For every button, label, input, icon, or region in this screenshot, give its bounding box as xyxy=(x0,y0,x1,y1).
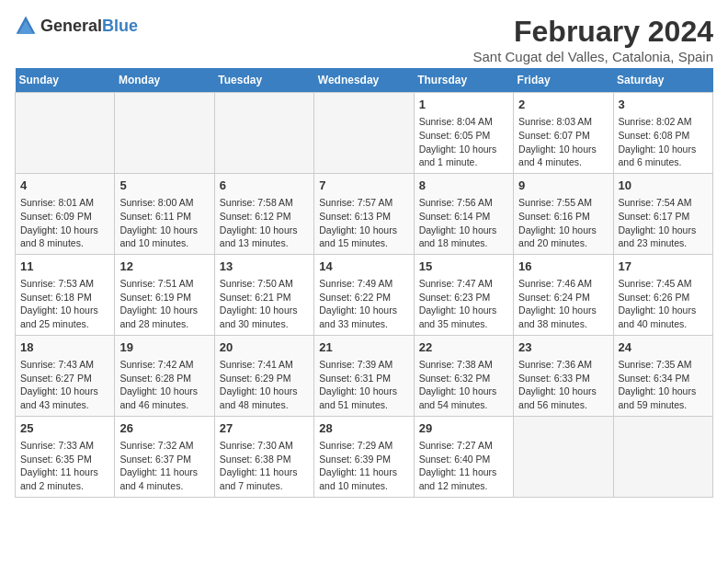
day-number: 23 xyxy=(518,339,608,356)
calendar-week-row: 4Sunrise: 8:01 AM Sunset: 6:09 PM Daylig… xyxy=(16,173,713,254)
weekday-header-cell: Thursday xyxy=(414,68,513,93)
calendar-day-cell: 18Sunrise: 7:43 AM Sunset: 6:27 PM Dayli… xyxy=(16,335,115,416)
day-number: 11 xyxy=(20,259,109,275)
weekday-header-cell: Sunday xyxy=(16,68,115,93)
day-info: Sunrise: 7:35 AM Sunset: 6:34 PM Dayligh… xyxy=(619,358,708,412)
day-number: 29 xyxy=(419,420,508,437)
day-info: Sunrise: 8:02 AM Sunset: 6:08 PM Dayligh… xyxy=(619,115,708,169)
calendar-day-cell xyxy=(314,93,414,174)
day-info: Sunrise: 8:00 AM Sunset: 6:11 PM Dayligh… xyxy=(119,196,209,250)
weekday-header-row: SundayMondayTuesdayWednesdayThursdayFrid… xyxy=(16,68,713,93)
calendar-day-cell: 3Sunrise: 8:02 AM Sunset: 6:08 PM Daylig… xyxy=(613,93,712,174)
day-number: 24 xyxy=(619,339,708,356)
day-info: Sunrise: 7:57 AM Sunset: 6:13 PM Dayligh… xyxy=(319,196,408,250)
day-number: 20 xyxy=(220,339,309,356)
calendar-day-cell: 27Sunrise: 7:30 AM Sunset: 6:38 PM Dayli… xyxy=(214,416,313,497)
day-info: Sunrise: 7:42 AM Sunset: 6:28 PM Dayligh… xyxy=(119,358,209,412)
calendar-table: SundayMondayTuesdayWednesdayThursdayFrid… xyxy=(15,68,713,498)
calendar-day-cell: 4Sunrise: 8:01 AM Sunset: 6:09 PM Daylig… xyxy=(16,173,115,254)
weekday-header-cell: Saturday xyxy=(613,68,712,93)
logo-text: GeneralBlue xyxy=(40,17,138,36)
calendar-day-cell xyxy=(613,416,712,497)
day-info: Sunrise: 7:58 AM Sunset: 6:12 PM Dayligh… xyxy=(220,196,309,250)
day-info: Sunrise: 7:54 AM Sunset: 6:17 PM Dayligh… xyxy=(619,196,708,250)
day-info: Sunrise: 7:32 AM Sunset: 6:37 PM Dayligh… xyxy=(119,439,209,493)
day-info: Sunrise: 8:01 AM Sunset: 6:09 PM Dayligh… xyxy=(20,196,109,250)
calendar-day-cell: 12Sunrise: 7:51 AM Sunset: 6:19 PM Dayli… xyxy=(115,254,214,335)
day-number: 15 xyxy=(419,259,508,275)
day-info: Sunrise: 7:53 AM Sunset: 6:18 PM Dayligh… xyxy=(20,277,109,331)
calendar-day-cell: 20Sunrise: 7:41 AM Sunset: 6:29 PM Dayli… xyxy=(214,335,313,416)
calendar-week-row: 11Sunrise: 7:53 AM Sunset: 6:18 PM Dayli… xyxy=(16,254,713,335)
day-info: Sunrise: 7:43 AM Sunset: 6:27 PM Dayligh… xyxy=(20,358,109,412)
calendar-day-cell xyxy=(115,93,214,174)
day-number: 3 xyxy=(619,97,708,113)
day-number: 7 xyxy=(319,178,408,194)
day-info: Sunrise: 7:55 AM Sunset: 6:16 PM Dayligh… xyxy=(518,196,608,250)
calendar-week-row: 1Sunrise: 8:04 AM Sunset: 6:05 PM Daylig… xyxy=(16,93,713,174)
day-number: 5 xyxy=(119,178,209,194)
calendar-day-cell: 22Sunrise: 7:38 AM Sunset: 6:32 PM Dayli… xyxy=(414,335,513,416)
day-number: 8 xyxy=(419,178,508,194)
day-number: 2 xyxy=(518,97,608,113)
calendar-day-cell: 23Sunrise: 7:36 AM Sunset: 6:33 PM Dayli… xyxy=(514,335,613,416)
calendar-day-cell: 5Sunrise: 8:00 AM Sunset: 6:11 PM Daylig… xyxy=(115,173,214,254)
day-number: 9 xyxy=(518,178,608,194)
day-info: Sunrise: 7:49 AM Sunset: 6:22 PM Dayligh… xyxy=(319,277,408,331)
day-info: Sunrise: 7:38 AM Sunset: 6:32 PM Dayligh… xyxy=(419,358,508,412)
day-info: Sunrise: 7:33 AM Sunset: 6:35 PM Dayligh… xyxy=(20,439,109,493)
subtitle: Sant Cugat del Valles, Catalonia, Spain xyxy=(472,49,713,64)
day-number: 6 xyxy=(220,178,309,194)
day-info: Sunrise: 7:27 AM Sunset: 6:40 PM Dayligh… xyxy=(419,439,508,493)
day-info: Sunrise: 7:36 AM Sunset: 6:33 PM Dayligh… xyxy=(518,358,608,412)
logo: GeneralBlue xyxy=(15,15,138,37)
day-number: 16 xyxy=(518,259,608,275)
calendar-day-cell: 16Sunrise: 7:46 AM Sunset: 6:24 PM Dayli… xyxy=(514,254,613,335)
calendar-day-cell: 29Sunrise: 7:27 AM Sunset: 6:40 PM Dayli… xyxy=(414,416,513,497)
weekday-header-cell: Monday xyxy=(115,68,214,93)
calendar-day-cell: 14Sunrise: 7:49 AM Sunset: 6:22 PM Dayli… xyxy=(314,254,414,335)
day-info: Sunrise: 7:45 AM Sunset: 6:26 PM Dayligh… xyxy=(619,277,708,331)
calendar-week-row: 25Sunrise: 7:33 AM Sunset: 6:35 PM Dayli… xyxy=(16,416,713,497)
calendar-day-cell xyxy=(514,416,613,497)
calendar-day-cell xyxy=(214,93,313,174)
calendar-day-cell: 10Sunrise: 7:54 AM Sunset: 6:17 PM Dayli… xyxy=(613,173,712,254)
day-info: Sunrise: 8:04 AM Sunset: 6:05 PM Dayligh… xyxy=(419,115,508,169)
title-area: February 2024 Sant Cugat del Valles, Cat… xyxy=(472,15,713,64)
weekday-header-cell: Tuesday xyxy=(214,68,313,93)
calendar-day-cell: 25Sunrise: 7:33 AM Sunset: 6:35 PM Dayli… xyxy=(16,416,115,497)
day-number: 18 xyxy=(20,339,109,356)
weekday-header-cell: Wednesday xyxy=(314,68,414,93)
day-number: 13 xyxy=(220,259,309,275)
day-info: Sunrise: 8:03 AM Sunset: 6:07 PM Dayligh… xyxy=(518,115,608,169)
day-info: Sunrise: 7:30 AM Sunset: 6:38 PM Dayligh… xyxy=(220,439,309,493)
logo-icon xyxy=(15,15,37,37)
calendar-day-cell: 6Sunrise: 7:58 AM Sunset: 6:12 PM Daylig… xyxy=(214,173,313,254)
calendar-day-cell: 9Sunrise: 7:55 AM Sunset: 6:16 PM Daylig… xyxy=(514,173,613,254)
day-number: 4 xyxy=(20,178,109,194)
calendar-day-cell: 24Sunrise: 7:35 AM Sunset: 6:34 PM Dayli… xyxy=(613,335,712,416)
calendar-day-cell: 21Sunrise: 7:39 AM Sunset: 6:31 PM Dayli… xyxy=(314,335,414,416)
day-number: 19 xyxy=(119,339,209,356)
calendar-day-cell: 7Sunrise: 7:57 AM Sunset: 6:13 PM Daylig… xyxy=(314,173,414,254)
day-info: Sunrise: 7:47 AM Sunset: 6:23 PM Dayligh… xyxy=(419,277,508,331)
day-number: 25 xyxy=(20,420,109,437)
day-number: 10 xyxy=(619,178,708,194)
day-number: 17 xyxy=(619,259,708,275)
calendar-body: 1Sunrise: 8:04 AM Sunset: 6:05 PM Daylig… xyxy=(16,93,713,498)
day-number: 28 xyxy=(319,420,408,437)
logo-blue: Blue xyxy=(102,17,138,35)
calendar-day-cell: 17Sunrise: 7:45 AM Sunset: 6:26 PM Dayli… xyxy=(613,254,712,335)
day-number: 1 xyxy=(419,97,508,113)
day-number: 12 xyxy=(119,259,209,275)
calendar-day-cell: 1Sunrise: 8:04 AM Sunset: 6:05 PM Daylig… xyxy=(414,93,513,174)
calendar-day-cell: 2Sunrise: 8:03 AM Sunset: 6:07 PM Daylig… xyxy=(514,93,613,174)
calendar-day-cell: 19Sunrise: 7:42 AM Sunset: 6:28 PM Dayli… xyxy=(115,335,214,416)
page-header: GeneralBlue February 2024 Sant Cugat del… xyxy=(15,15,713,64)
calendar-day-cell: 11Sunrise: 7:53 AM Sunset: 6:18 PM Dayli… xyxy=(16,254,115,335)
logo-general: General xyxy=(40,17,102,35)
weekday-header-cell: Friday xyxy=(514,68,613,93)
day-number: 26 xyxy=(119,420,209,437)
day-info: Sunrise: 7:50 AM Sunset: 6:21 PM Dayligh… xyxy=(220,277,309,331)
calendar-day-cell xyxy=(16,93,115,174)
